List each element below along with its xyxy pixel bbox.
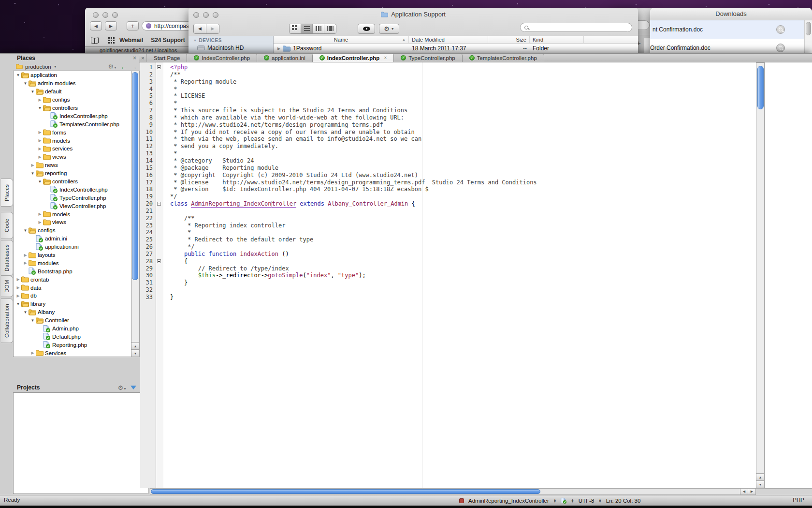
scroll-down-button[interactable]: ▼ <box>131 349 139 357</box>
tab-typecontroller[interactable]: TypeController.php <box>394 54 463 62</box>
tree-item-folder[interactable]: ▼Controller <box>14 316 131 325</box>
code-line[interactable]: 20class AdminReporting_IndexController e… <box>140 200 756 208</box>
tree-item-folder[interactable]: ▶models <box>14 136 131 145</box>
code-line[interactable]: 1<?php <box>140 64 756 71</box>
top-sites-icon[interactable] <box>108 40 110 41</box>
tree-item-folder[interactable]: ▼controllers <box>14 178 131 186</box>
code-line[interactable]: 26 */ <box>140 243 756 251</box>
tree-item-folder[interactable]: ▶modules <box>14 259 131 267</box>
tree-item-folder[interactable]: ▶models <box>14 210 131 218</box>
collapse-arrow-icon[interactable]: ▼ <box>15 73 21 77</box>
back-arrow-icon[interactable]: ← <box>120 63 127 71</box>
bookmark-item[interactable]: S24 Support <box>151 37 185 44</box>
minimize-window-button[interactable] <box>102 12 108 18</box>
scrollbar-thumb[interactable] <box>132 72 138 280</box>
stepper-icon[interactable] <box>598 499 601 503</box>
code-line[interactable]: 31 } <box>140 279 756 286</box>
gear-icon[interactable]: ⚙▼ <box>108 63 117 70</box>
disclosure-triangle-icon[interactable]: ▶ <box>277 46 280 51</box>
code-line[interactable]: 10 * If you did not receive a copy of ou… <box>140 129 756 136</box>
editor-horizontal-scrollbar[interactable]: ◀ ▶ <box>150 488 756 495</box>
collapse-arrow-icon[interactable]: ▼ <box>29 90 36 94</box>
tree-item-folder[interactable]: ▶db <box>14 292 131 300</box>
status-encoding[interactable]: UTF-8 <box>579 498 594 504</box>
code-line[interactable]: 27 public function indexAction () <box>140 251 756 258</box>
expand-arrow-icon[interactable]: ▶ <box>29 163 36 167</box>
code-line[interactable]: 3 * Reporting module <box>140 78 756 86</box>
root-selector[interactable]: production <box>25 64 51 70</box>
tree-item-file[interactable]: admin.ini <box>14 235 131 243</box>
side-tab-collaboration[interactable]: Collaboration <box>1 299 13 343</box>
stepper-icon[interactable] <box>571 499 574 503</box>
forward-button[interactable]: ▶ <box>206 24 219 33</box>
tree-item-file[interactable]: Reporting.php <box>14 341 131 349</box>
download-item[interactable]: Order Confirmation.doc <box>650 39 804 53</box>
column-view-button[interactable] <box>313 24 324 33</box>
code-line[interactable]: 19*/ <box>140 193 756 200</box>
collapse-arrow-icon[interactable]: ▼ <box>37 106 43 110</box>
tree-item-folder[interactable]: ▶configs <box>14 96 131 104</box>
side-tab-dom[interactable]: DOM <box>1 276 13 297</box>
column-header-date[interactable]: Date Modified <box>409 36 488 43</box>
close-panel-icon[interactable]: × <box>133 55 136 61</box>
scroll-up-button[interactable]: ▲ <box>131 342 139 349</box>
download-item[interactable]: nt Confirmation.doc <box>650 20 804 39</box>
code-line[interactable]: 14 * @category Studio 24 <box>140 157 756 164</box>
collapse-arrow-icon[interactable]: ▼ <box>29 318 36 323</box>
scroll-left-button[interactable]: ◀ <box>740 489 748 494</box>
gear-icon[interactable]: ⚙▼ <box>117 384 127 391</box>
code-line[interactable]: 12 * send you a copy immediately. <box>140 143 756 150</box>
code-line[interactable]: 6 * <box>140 100 756 107</box>
code-line[interactable]: 13 * <box>140 150 756 157</box>
bookmarks-icon[interactable] <box>91 38 99 43</box>
finder-search-input[interactable] <box>531 24 628 31</box>
column-header-kind[interactable]: Kind <box>530 36 584 43</box>
tab-start-page[interactable]: Start Page <box>147 54 187 62</box>
table-row[interactable]: ▶ 1Password 18 March 2011 17:37 -- Folde… <box>274 44 638 53</box>
tree-item-folder[interactable]: ▶forms <box>14 128 131 136</box>
scrollbar[interactable] <box>804 20 812 53</box>
back-button[interactable]: ◀ <box>194 24 206 33</box>
expand-arrow-icon[interactable]: ▶ <box>15 285 21 290</box>
scroll-right-button[interactable]: ▶ <box>748 489 755 494</box>
back-button[interactable]: ◀ <box>90 21 102 30</box>
fold-collapse-icon[interactable] <box>157 259 161 263</box>
close-window-button[interactable] <box>93 12 99 18</box>
expand-arrow-icon[interactable]: ▶ <box>15 294 21 298</box>
code-line[interactable]: 25 * Redirect to the default order type <box>140 236 756 243</box>
tree-item-folder[interactable]: ▶views <box>14 153 131 161</box>
side-tab-places[interactable]: Places <box>1 179 13 207</box>
tree-item-folder[interactable]: ▶views <box>14 218 131 226</box>
editor-vertical-scrollbar[interactable]: ▲ ▼ <box>756 62 765 488</box>
code-editor[interactable]: 1<?php2/**3 * Reporting module4 *5 * LIC… <box>140 62 756 488</box>
tree-item-file[interactable]: IndexController.php <box>14 185 131 194</box>
tree-item-folder[interactable]: ▼admin-modules <box>14 79 131 88</box>
filter-icon[interactable] <box>130 386 136 389</box>
list-view-button[interactable] <box>301 24 313 33</box>
code-line[interactable]: 28 { <box>140 258 756 265</box>
zoom-window-button[interactable] <box>112 12 118 18</box>
tab-application-ini[interactable]: application.ini <box>257 54 313 62</box>
code-line[interactable]: 33} <box>140 294 756 301</box>
fold-collapse-icon[interactable] <box>157 202 161 206</box>
expand-arrow-icon[interactable]: ▶ <box>37 220 43 224</box>
expand-arrow-icon[interactable]: ▶ <box>37 138 43 143</box>
tree-item-folder[interactable]: ▼library <box>14 300 131 308</box>
close-all-icon[interactable]: × <box>139 54 147 62</box>
collapse-arrow-icon[interactable]: ▼ <box>15 302 21 306</box>
tree-item-folder[interactable]: ▼application <box>14 71 131 79</box>
code-line[interactable]: 15 * @package Reporting module <box>140 164 756 172</box>
expand-arrow-icon[interactable]: ▶ <box>22 253 29 257</box>
expand-arrow-icon[interactable]: ▶ <box>29 351 36 355</box>
scroll-down-button[interactable]: ▼ <box>756 480 764 488</box>
tree-item-folder[interactable]: ▶layouts <box>14 251 131 259</box>
code-line[interactable]: 17 * @license http://www.studio24.net/te… <box>140 179 756 186</box>
reveal-in-finder-button[interactable] <box>776 25 785 34</box>
search-field[interactable] <box>520 23 632 32</box>
collapse-arrow-icon[interactable]: ▼ <box>37 179 43 184</box>
code-line[interactable]: 32 <box>140 286 756 294</box>
projects-panel[interactable] <box>13 392 148 494</box>
tree-item-file[interactable]: ViewController.php <box>14 202 131 210</box>
side-tab-code[interactable]: Code <box>1 212 13 239</box>
tab-templatescontroller[interactable]: TemplatesController.php <box>463 54 544 62</box>
